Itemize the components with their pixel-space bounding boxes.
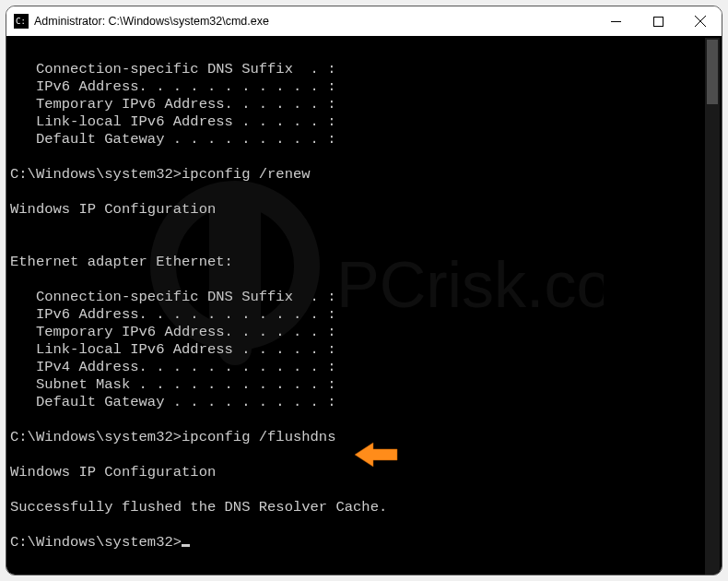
cmd-icon: C: [14, 14, 29, 29]
titlebar[interactable]: C: Administrator: C:\Windows\system32\cm… [6, 6, 722, 36]
cursor [182, 544, 190, 547]
scrollbar[interactable] [705, 38, 720, 575]
window-title: Administrator: C:\Windows\system32\cmd.e… [34, 15, 594, 28]
scrollbar-thumb[interactable] [707, 40, 718, 104]
close-button[interactable] [679, 6, 722, 36]
svg-rect-3 [653, 17, 663, 26]
terminal[interactable]: Connection-specific DNS Suffix . : IPv6 … [6, 36, 722, 575]
minimize-button[interactable] [594, 6, 637, 36]
terminal-output: Connection-specific DNS Suffix . : IPv6 … [6, 36, 703, 575]
window-controls [594, 6, 722, 36]
cmd-window: C: Administrator: C:\Windows\system32\cm… [6, 6, 722, 575]
svg-text:C:: C: [16, 17, 26, 26]
maximize-button[interactable] [637, 6, 679, 36]
